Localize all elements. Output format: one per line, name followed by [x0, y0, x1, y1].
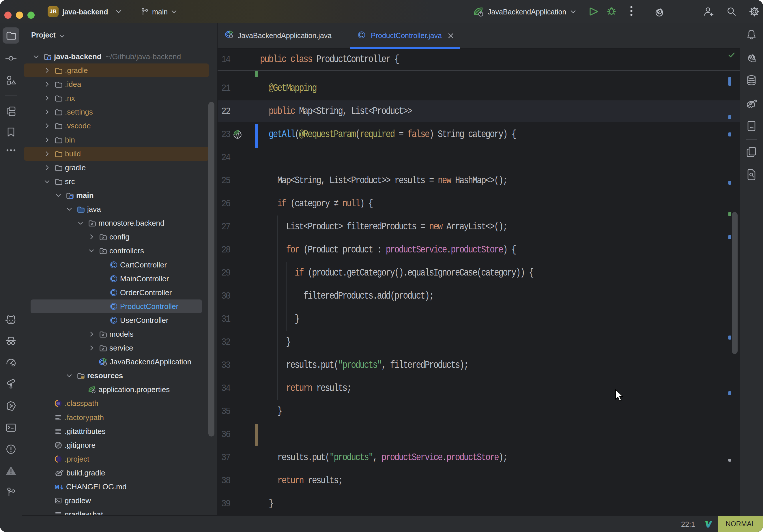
svg-text:M: M	[54, 483, 59, 490]
